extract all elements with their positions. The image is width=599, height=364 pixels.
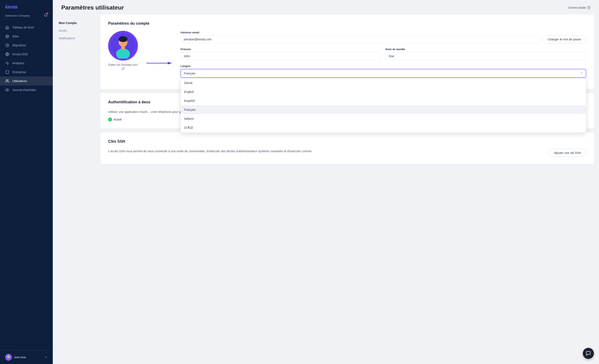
language-select[interactable]: Dansk English Español Français Italiano … [181,69,586,78]
language-row: Langue Dansk English Español Français It… [181,64,586,78]
arrow-indicator [146,31,172,66]
sidebar-item-entreprise[interactable]: Entreprise [0,68,53,76]
layers-icon [5,34,9,38]
sidebar-item-dns[interactable]: Kinsta DNS [0,50,53,59]
sidebar-item-users[interactable]: Utilisateurs [0,76,53,85]
help-icon [587,6,590,9]
sidebar: kins ta kinsta Awesome Company Tableau d… [0,0,53,364]
first-name-label: Prénom [181,48,381,51]
svg-point-13 [7,90,8,91]
add-ssh-key-button[interactable]: Ajouter une clé SSH [549,149,586,157]
globe-icon [5,52,9,56]
active-indicator [108,118,112,121]
external-link-icon [122,67,124,70]
user-profile-row[interactable]: John Doe [0,350,53,364]
sidebar-item-label: Kinsta DNS [12,52,28,56]
gravatar-link[interactable]: Éditer sur Gravatar.com [108,63,138,70]
sidebar-item-dashboard[interactable]: Tableau de bord [0,23,53,32]
sidebar-item-label: Sites [12,35,19,38]
email-label: Adresse email [181,31,539,34]
company-row: Awesome Company [0,13,53,21]
chevron-up-icon [44,356,48,359]
dropdown-item-dansk[interactable]: Dansk [181,78,586,87]
migrations-icon [5,43,9,47]
activated-label: Activé [114,118,122,121]
dropdown-item-espanol[interactable]: Español [181,96,586,105]
ssh-content: L'accès SSH vous permet de vous connecte… [108,149,586,157]
sidebar-item-label: Utilisateurs [12,79,27,83]
sub-navigation: Mon Compte Accès Notifications [53,15,95,364]
panels: Paramètres du compte [95,15,599,364]
logo: kins ta kinsta [5,4,48,10]
chat-button[interactable] [583,348,594,359]
language-select-wrapper: Dansk English Español Français Italiano … [181,69,586,78]
user-name: John Doe [14,356,26,359]
dropdown-item-japanese[interactable]: 日本語 [181,123,586,132]
svg-marker-2 [6,35,9,37]
ssh-card: Clés SSH L'accès SSH vous permet de vous… [100,132,594,164]
sidebar-item-label: Journal d'activités [12,88,36,92]
building-icon [5,70,9,74]
chat-icon [586,351,591,356]
sidebar-item-analytics[interactable]: Analytics [0,59,53,68]
users-icon [5,79,9,83]
page-title: Paramètres utilisateur [61,4,124,11]
user-info: John Doe [5,354,26,361]
help-link[interactable]: Centre d'aide [568,6,590,9]
dropdown-item-italiano[interactable]: Italiano [181,114,586,123]
avatar-section: Éditer sur Gravatar.com [108,31,138,70]
account-form: Éditer sur Gravatar.com [108,31,586,82]
svg-point-15 [6,358,11,361]
dropdown-item-francais[interactable]: Français [181,105,586,114]
svg-rect-22 [121,46,125,49]
svg-point-12 [6,79,8,81]
ssh-description: L'accès SSH vous permet de vous connecte… [108,149,311,153]
svg-rect-7 [6,71,9,74]
home-icon [5,25,9,30]
language-dropdown: Dansk English Español Français Italiano … [181,78,586,133]
name-row: Prénom Nom de famille [181,48,586,60]
language-label: Langue [181,64,586,68]
subnav-notifications[interactable]: Notifications [56,35,92,42]
sidebar-item-label: Analytics [12,61,24,65]
main-content: Paramètres utilisateur Centre d'aide Mon… [53,0,599,364]
last-name-label: Nom de famille [386,48,586,51]
help-label: Centre d'aide [568,6,586,9]
profile-avatar [108,31,138,61]
first-name-field[interactable] [181,52,381,60]
account-settings-title: Paramètres du compte [108,21,586,26]
svg-marker-25 [168,62,172,64]
gravatar-label: Éditer sur Gravatar.com [108,63,138,66]
email-field[interactable] [181,35,539,43]
change-password-button[interactable]: Changer le mot de passe [542,35,586,43]
subnav-access[interactable]: Accès [56,27,92,34]
notification-dot [47,13,48,14]
company-name: Awesome Company [5,14,30,17]
topbar: Paramètres utilisateur Centre d'aide [53,0,599,15]
notifications-bell[interactable] [44,13,48,18]
svg-point-14 [7,355,10,358]
sidebar-item-label: Entreprise [12,70,26,74]
sidebar-item-label: Tableau de bord [12,26,34,29]
purple-arrow-icon [146,61,172,66]
last-name-field[interactable] [386,52,586,60]
account-settings-card: Paramètres du compte [100,15,594,89]
logo-area: kins ta kinsta [0,0,53,13]
eye-icon [5,88,9,92]
content-area: Mon Compte Accès Notifications Paramètre… [53,15,599,364]
svg-line-23 [123,68,124,69]
subnav-account[interactable]: Mon Compte [56,20,92,26]
form-fields: Adresse email Changer le mot de passe Pr… [181,31,586,82]
main-nav: Tableau de bord Sites Migrations Kinsta … [0,21,53,350]
sidebar-item-migrations[interactable]: Migrations [0,41,53,50]
sidebar-item-sites[interactable]: Sites [0,32,53,41]
avatar [5,354,12,361]
analytics-icon [5,61,9,65]
dropdown-item-english[interactable]: English [181,87,586,96]
ssh-title: Clés SSH [108,139,586,144]
sidebar-item-label: Migrations [12,43,26,47]
email-row: Adresse email Changer le mot de passe [181,31,586,43]
svg-point-20 [119,36,127,42]
sidebar-item-activity[interactable]: Journal d'activités [0,85,53,94]
